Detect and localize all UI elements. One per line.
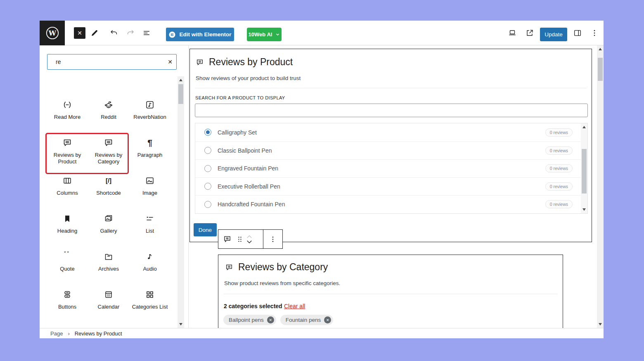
block-item-reddit[interactable]: Reddit: [88, 95, 129, 133]
radio-button[interactable]: [204, 165, 211, 172]
reddit-icon: [104, 100, 114, 110]
preview-device-button[interactable]: [508, 28, 517, 38]
product-row[interactable]: Calligraphy Set0 reviews: [195, 123, 587, 142]
radio-button[interactable]: [204, 183, 211, 190]
undo-icon: [109, 28, 118, 38]
block-description: Show product reviews from specific categ…: [224, 280, 340, 286]
reviews-by-category-block[interactable]: Reviews by Category Show product reviews…: [218, 255, 563, 328]
block-item-reverbnation[interactable]: ReverbNation: [129, 95, 170, 133]
product-row[interactable]: Handcrafted Fountain Pen0 reviews: [195, 195, 587, 213]
remove-tag-icon[interactable]: ✕: [267, 316, 274, 323]
options-menu-button[interactable]: [590, 28, 599, 38]
block-item-quote[interactable]: ”Quote: [47, 247, 88, 285]
update-button[interactable]: Update: [540, 28, 567, 41]
block-item-label: Heading: [57, 228, 77, 234]
gallery-icon: [104, 214, 114, 224]
scroll-up-arrow[interactable]: [582, 126, 586, 128]
block-item-paragraph[interactable]: ¶Paragraph: [129, 133, 170, 171]
reviews-by-product-block[interactable]: Reviews by Product Show reviews of your …: [189, 49, 592, 242]
product-name: Classic Ballpoint Pen: [218, 147, 272, 154]
block-type-button[interactable]: [223, 235, 232, 243]
product-name: Handcrafted Fountain Pen: [218, 201, 285, 208]
close-inserter-button[interactable]: ✕: [74, 27, 85, 39]
product-row[interactable]: Classic Ballpoint Pen0 reviews: [195, 142, 587, 160]
settings-sidebar-toggle[interactable]: [573, 28, 582, 38]
done-button[interactable]: Done: [194, 223, 217, 236]
sidebar-panel-icon: [573, 28, 582, 38]
redo-button[interactable]: [126, 28, 135, 38]
move-block-up-button[interactable]: [246, 234, 253, 239]
sidebar-scrollbar[interactable]: [178, 76, 184, 328]
block-item-shortcode[interactable]: [/]Shortcode: [88, 171, 129, 209]
block-grid: Read MoreRedditReverbNationReviews by Pr…: [47, 95, 170, 323]
pencil-icon: [90, 28, 99, 38]
calendar-icon: [104, 290, 114, 300]
scroll-down-arrow[interactable]: [582, 208, 586, 211]
block-search-input[interactable]: [47, 59, 164, 65]
scroll-down-arrow[interactable]: [179, 323, 182, 326]
block-item-audio[interactable]: Audio: [129, 247, 170, 285]
move-block-down-button[interactable]: [246, 239, 253, 245]
radio-button-selected[interactable]: [204, 129, 211, 136]
wordpress-logo-button[interactable]: W: [40, 21, 65, 45]
block-item-columns[interactable]: Columns: [47, 171, 88, 209]
selected-category-tags: Ballpoint pens✕Fountain pens✕: [223, 315, 333, 325]
product-row[interactable]: Engraved Fountain Pen0 reviews: [195, 159, 587, 177]
kebab-menu-icon: [590, 28, 599, 38]
edit-with-elementor-label: Edit with Elementor: [179, 31, 231, 38]
page-scrollbar[interactable]: [597, 45, 604, 328]
block-item-label: Audio: [143, 266, 156, 272]
clear-all-link[interactable]: Clear all: [284, 303, 305, 309]
block-item-gallery[interactable]: Gallery: [88, 209, 129, 247]
scroll-down-arrow[interactable]: [599, 323, 602, 326]
scroll-up-arrow[interactable]: [179, 79, 182, 81]
heading-icon: [62, 214, 72, 224]
external-link-icon: [525, 28, 534, 38]
block-inserter-panel: ✕ Read MoreRedditReverbNationReviews by …: [40, 45, 189, 328]
radio-button[interactable]: [204, 147, 211, 154]
scroll-up-arrow[interactable]: [599, 48, 602, 50]
block-options-button[interactable]: [263, 230, 282, 248]
list-view-icon: [142, 28, 151, 38]
sidebar-scroll-thumb[interactable]: [178, 84, 183, 104]
page-scroll-thumb[interactable]: [598, 58, 603, 81]
product-list: Calligraphy Set0 reviewsClassic Ballpoin…: [195, 123, 588, 214]
product-search-label: SEARCH FOR A PRODUCT TO DISPLAY: [195, 95, 285, 100]
product-list-scroll-thumb[interactable]: [582, 149, 587, 193]
breadcrumb-current-block[interactable]: Reviews by Product: [75, 330, 122, 337]
block-item-categories-list[interactable]: Categories List: [129, 285, 170, 323]
product-list-scrollbar[interactable]: [581, 123, 587, 213]
undo-button[interactable]: [109, 28, 118, 38]
drag-handle[interactable]: [236, 235, 244, 243]
block-item-label: Buttons: [58, 304, 76, 310]
product-row[interactable]: Executive Rollerball Pen0 reviews: [195, 177, 587, 196]
laptop-icon: [508, 28, 517, 38]
edit-tool-button[interactable]: [90, 28, 99, 38]
block-item-image[interactable]: Image: [129, 171, 170, 209]
block-item-label: Paragraph: [137, 152, 163, 158]
block-item-list[interactable]: List: [129, 209, 170, 247]
editor-canvas: Reviews by Product Show reviews of your …: [189, 45, 597, 328]
block-item-buttons[interactable]: Buttons: [47, 285, 88, 323]
block-item-label: Read More: [54, 114, 80, 120]
breadcrumb-page[interactable]: Page: [50, 330, 63, 337]
block-item-calendar[interactable]: Calendar: [88, 285, 129, 323]
block-title: Reviews by Category: [238, 262, 328, 273]
tenweb-ai-button[interactable]: 10Web AI: [247, 28, 282, 41]
audio-icon: [145, 252, 155, 262]
block-item-heading[interactable]: Heading: [47, 209, 88, 247]
block-item-reviews-by-product[interactable]: Reviews by Product: [47, 133, 88, 171]
view-page-button[interactable]: [525, 28, 534, 38]
block-toolbar: [218, 229, 283, 249]
product-search-input[interactable]: [195, 104, 588, 117]
block-item-reviews-by-category[interactable]: Reviews by Category: [88, 133, 129, 171]
clear-search-icon[interactable]: ✕: [164, 59, 176, 65]
radio-button[interactable]: [204, 201, 211, 208]
block-search-box: ✕: [47, 54, 177, 70]
list-icon: [145, 214, 155, 224]
remove-tag-icon[interactable]: ✕: [324, 316, 331, 323]
edit-with-elementor-button[interactable]: Edit with Elementor: [166, 28, 234, 41]
block-item-read-more[interactable]: Read More: [47, 95, 88, 133]
list-view-button[interactable]: [142, 28, 151, 38]
block-item-archives[interactable]: Archives: [88, 247, 129, 285]
